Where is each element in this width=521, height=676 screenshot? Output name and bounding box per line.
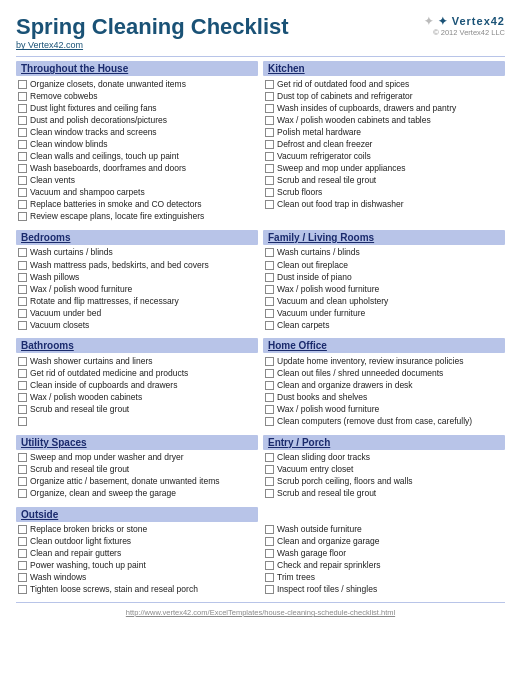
checkbox[interactable] [265,453,274,462]
header-divider [16,56,505,57]
checkbox[interactable] [265,261,274,270]
checkbox[interactable] [265,573,274,582]
list-item: Clean and organize drawers in desk [265,379,503,391]
checkbox[interactable] [18,297,27,306]
checkbox[interactable] [265,116,274,125]
list-item: Trim trees [265,572,503,584]
checkbox[interactable] [18,92,27,101]
checkbox[interactable] [18,188,27,197]
section-homeoffice-items: Update home inventory, review insurance … [263,354,505,429]
checkbox[interactable] [18,212,27,221]
checkbox[interactable] [265,128,274,137]
checkbox[interactable] [265,248,274,257]
checkbox[interactable] [18,164,27,173]
checkbox[interactable] [265,297,274,306]
list-item: Wash outside furniture [265,524,503,536]
logo-text: ✦ Vertex42 [438,15,505,27]
checkbox[interactable] [265,585,274,594]
checkbox[interactable] [18,104,27,113]
section-throughout-items: Organize closets, donate unwanted items … [16,77,258,225]
checkbox[interactable] [18,417,27,426]
checkbox[interactable] [18,176,27,185]
checkbox[interactable] [265,561,274,570]
checkbox[interactable] [265,357,274,366]
checkbox[interactable] [18,537,27,546]
checkbox[interactable] [18,393,27,402]
checkbox[interactable] [18,489,27,498]
section-homeoffice-title: Home Office [263,338,505,353]
section-bathrooms-items: Wash shower curtains and liners Get rid … [16,354,258,429]
list-item: Clean carpets [265,319,503,331]
checkbox[interactable] [18,381,27,390]
checkbox[interactable] [18,477,27,486]
checkbox[interactable] [18,369,27,378]
checkbox[interactable] [265,164,274,173]
checkbox[interactable] [18,585,27,594]
checkbox[interactable] [18,549,27,558]
checkbox[interactable] [18,285,27,294]
checkbox[interactable] [265,405,274,414]
list-item: Vacuum and clean upholstery [265,295,503,307]
main-grid: Throughout the House Organize closets, d… [16,61,505,598]
checkbox[interactable] [18,248,27,257]
checkbox[interactable] [265,92,274,101]
list-item: Vacuum entry closet [265,464,503,476]
checkbox[interactable] [18,465,27,474]
footer-url[interactable]: http://www.vertex42.com/ExcelTemplates/h… [16,608,505,617]
page: Spring Cleaning Checklist by Vertex42.co… [0,0,521,676]
checkbox[interactable] [265,80,274,89]
list-item: Clean out files / shred unneeded documen… [265,367,503,379]
checkbox[interactable] [18,261,27,270]
checkbox[interactable] [265,549,274,558]
checkbox[interactable] [18,128,27,137]
checkbox[interactable] [265,537,274,546]
section-kitchen-items: Get rid of outdated food and spices Dust… [263,77,505,213]
checkbox[interactable] [18,309,27,318]
header: Spring Cleaning Checklist by Vertex42.co… [16,14,505,50]
section-family: Family / Living Rooms Wash curtains / bl… [263,230,505,333]
list-item: Dust and polish decorations/pictures [18,115,256,127]
checkbox[interactable] [265,152,274,161]
checkbox[interactable] [265,140,274,149]
checkbox[interactable] [265,381,274,390]
checkbox[interactable] [265,273,274,282]
checkbox[interactable] [265,200,274,209]
checkbox[interactable] [18,405,27,414]
section-bedrooms-items: Wash curtains / blinds Wash mattress pad… [16,246,258,333]
checkbox[interactable] [265,188,274,197]
section-family-items: Wash curtains / blinds Clean out firepla… [263,246,505,333]
checkbox[interactable] [265,465,274,474]
list-item: Scrub floors [265,187,503,199]
header-left: Spring Cleaning Checklist by Vertex42.co… [16,14,289,50]
checkbox[interactable] [265,285,274,294]
checkbox[interactable] [18,116,27,125]
checkbox[interactable] [265,104,274,113]
checkbox[interactable] [265,309,274,318]
checkbox[interactable] [18,140,27,149]
section-utility-title: Utility Spaces [16,435,258,450]
checkbox[interactable] [18,561,27,570]
list-item: Scrub and reseal tile grout [18,403,256,415]
checkbox[interactable] [18,200,27,209]
checkbox[interactable] [18,80,27,89]
checkbox[interactable] [265,393,274,402]
checkbox[interactable] [265,525,274,534]
checkbox[interactable] [265,489,274,498]
checkbox[interactable] [265,321,274,330]
list-item: Tighten loose screws, stain and reseal p… [18,584,256,596]
list-item: Wash windows [18,572,256,584]
list-item: Wash baseboards, doorframes and doors [18,163,256,175]
checkbox[interactable] [265,176,274,185]
checkbox[interactable] [18,525,27,534]
checkbox[interactable] [265,477,274,486]
checkbox[interactable] [18,453,27,462]
checkbox[interactable] [265,369,274,378]
checkbox[interactable] [18,357,27,366]
logo-star-icon: ✦ [424,15,438,27]
checkbox[interactable] [18,152,27,161]
checkbox[interactable] [18,273,27,282]
checkbox[interactable] [265,417,274,426]
checkbox[interactable] [18,321,27,330]
checkbox[interactable] [18,573,27,582]
list-item: Clean out fireplace [265,259,503,271]
